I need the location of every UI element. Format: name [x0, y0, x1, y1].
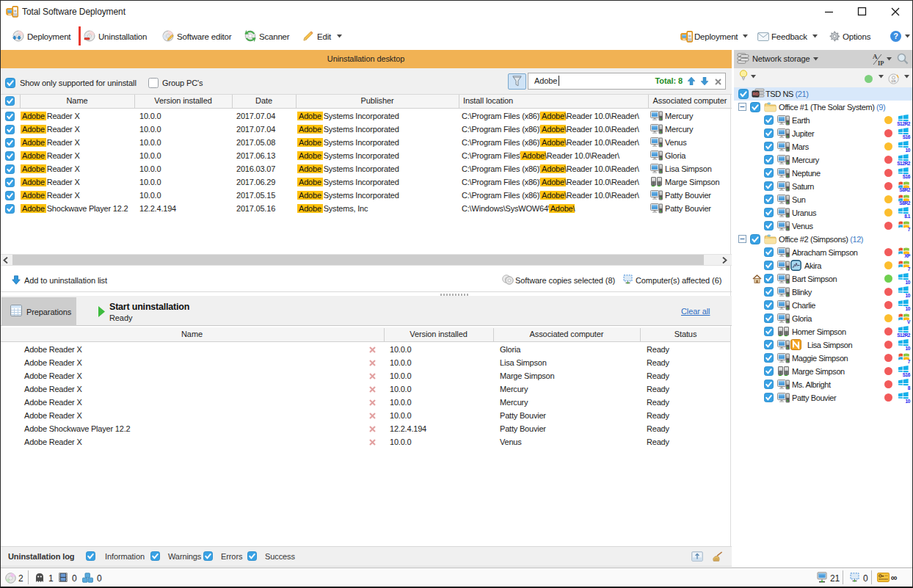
svg-text:os: os — [892, 79, 896, 83]
svg-text:A: A — [873, 53, 878, 60]
svg-text:RD: RD — [753, 92, 759, 96]
svg-text:IP: IP — [878, 59, 884, 67]
